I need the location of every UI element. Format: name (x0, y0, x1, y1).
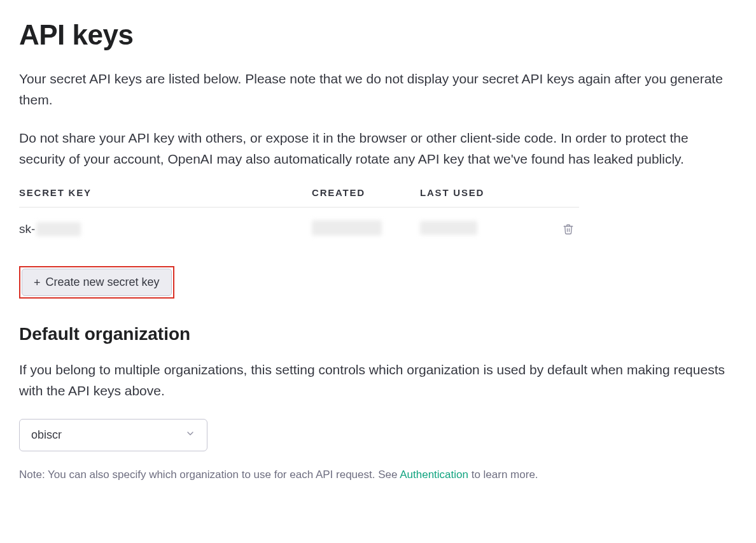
description-paragraph-1: Your secret API keys are listed below. P… (19, 69, 732, 110)
redacted-block (36, 222, 81, 236)
create-secret-key-button[interactable]: + Create new secret key (22, 269, 172, 296)
default-org-heading: Default organization (19, 324, 737, 344)
trash-icon (563, 223, 574, 235)
redacted-block (312, 220, 382, 236)
organization-select[interactable]: obiscr (19, 419, 207, 451)
table-header-row: SECRET KEY CREATED LAST USED (19, 187, 579, 208)
header-last-used: LAST USED (420, 187, 528, 198)
page-title: API keys (19, 19, 737, 51)
header-created: CREATED (312, 187, 420, 198)
note-suffix: to learn more. (468, 469, 538, 481)
description-paragraph-2: Do not share your API key with others, o… (19, 128, 732, 169)
key-prefix-text: sk- (19, 222, 35, 236)
default-org-description: If you belong to multiple organizations,… (19, 360, 732, 401)
chevron-down-icon (185, 428, 195, 442)
org-note: Note: You can also specify which organiz… (19, 467, 737, 483)
redacted-block (420, 221, 477, 235)
created-cell (312, 220, 420, 238)
create-button-label: Create new secret key (46, 276, 160, 289)
plus-icon: + (34, 277, 41, 288)
delete-key-button[interactable] (560, 221, 577, 237)
organization-selected-value: obiscr (31, 428, 62, 442)
api-keys-table: SECRET KEY CREATED LAST USED sk- (19, 187, 579, 251)
authentication-link[interactable]: Authentication (400, 469, 468, 481)
note-prefix: Note: You can also specify which organiz… (19, 469, 400, 481)
table-row: sk- (19, 208, 579, 251)
highlight-annotation: + Create new secret key (19, 266, 174, 299)
secret-key-cell: sk- (19, 222, 312, 236)
last-used-cell (420, 221, 528, 237)
header-secret-key: SECRET KEY (19, 187, 312, 198)
